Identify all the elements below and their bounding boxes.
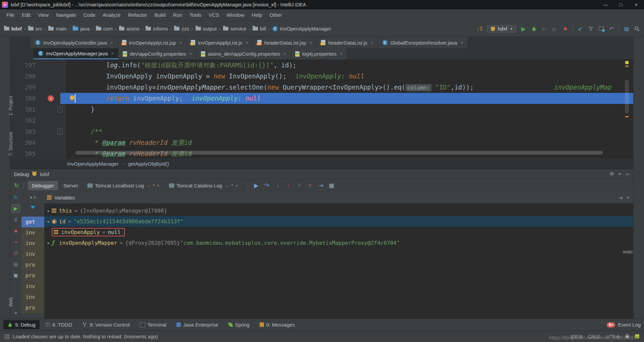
tool-window-button-java-enterprise[interactable]: Java Enterprise — [172, 320, 222, 329]
breadcrumb-item-zzs[interactable]: zzs — [174, 26, 189, 32]
rollback-button[interactable]: ↶ — [608, 25, 614, 33]
code-line-297[interactable]: 297 log.info("根据id获取开票申请对象:PARAMS[id:{}]… — [10, 60, 633, 71]
close-button[interactable]: × — [629, 0, 644, 9]
fold-collapse-icon[interactable]: ˄ — [58, 107, 63, 112]
menu-item-window[interactable]: Window — [223, 9, 248, 20]
frame-item[interactable]: pro — [21, 270, 44, 281]
breadcrumb-class[interactable]: InvOpenApplyManager — [67, 161, 118, 167]
code-editor[interactable]: 297 log.info("根据id获取开票申请对象:PARAMS[id:{}]… — [10, 60, 633, 158]
rerun-debug-icon[interactable]: ↻ — [13, 182, 19, 189]
breadcrumb-item-kdxf[interactable]: kdxf — [4, 26, 22, 32]
drop-frame-icon[interactable]: × — [305, 182, 315, 189]
tab-close-icon[interactable]: × — [157, 183, 160, 188]
mute-breakpoints-button[interactable]: ∅ — [10, 247, 21, 259]
breakpoint-icon[interactable]: ∨ — [48, 95, 54, 102]
editor-tab-log4j-properties[interactable]: log4j.properties× — [291, 48, 347, 59]
tab-close-icon[interactable]: × — [310, 40, 312, 45]
collapse-icon[interactable]: ▭ — [626, 172, 629, 176]
code-line-299[interactable]: 299 invOpenApply=invOpenApplyMapper.sele… — [10, 82, 633, 93]
tab-close-icon[interactable]: × — [283, 51, 286, 56]
tool-window-button-terminal[interactable]: >_Terminal — [136, 320, 171, 329]
frame-item[interactable]: inv — [21, 238, 44, 249]
log-tab-tomcat-catalina-log[interactable]: Tomcat Catalina Log→*× — [165, 183, 242, 188]
tab-close-icon[interactable]: × — [179, 40, 182, 45]
expander-icon[interactable]: ▶ — [46, 220, 52, 223]
frame-item[interactable]: pro — [21, 260, 44, 270]
tab-close-icon[interactable]: × — [246, 40, 248, 45]
breadcrumb-method[interactable]: getApplyObjById() — [128, 161, 169, 167]
menu-item-run[interactable]: Run — [169, 9, 186, 20]
tool-window-button-0-messages[interactable]: 0: Messages — [256, 320, 299, 329]
horizontal-scrollbar[interactable] — [75, 151, 603, 155]
tool-window-button-9-version-control[interactable]: 9: Version Control — [78, 320, 133, 329]
step-over-icon[interactable]: ↷ — [262, 182, 272, 189]
editor-tab-invopenapplylist-js[interactable]: JSinvOpenApplyList.js× — [186, 37, 253, 48]
breadcrumb-item-src[interactable]: src — [28, 26, 42, 32]
editor-tab-globalexceptionresolver-java[interactable]: CGlobalExceptionResolver.java× — [378, 37, 468, 48]
breadcrumb-item-aisino[interactable]: aisino — [119, 26, 140, 32]
force-step-into-icon[interactable]: ↓ — [284, 182, 293, 189]
layout-settings-button[interactable]: ▣ — [10, 270, 21, 281]
view-breakpoints-button[interactable]: ●● — [10, 236, 21, 247]
rerun-button[interactable]: ↻ — [10, 192, 21, 203]
run-configuration-select[interactable]: kdxf▼ — [487, 25, 516, 33]
menu-item-edit[interactable]: Edit — [18, 9, 34, 20]
tool-window-button-6-todo[interactable]: 6: TODO — [42, 320, 76, 329]
breadcrumb-item-bill[interactable]: bill — [253, 26, 266, 32]
search-icon[interactable] — [634, 25, 640, 33]
tab-close-icon[interactable]: × — [190, 51, 192, 56]
more-icon[interactable]: » — [10, 307, 21, 318]
code-line-301[interactable]: 301˄ } — [10, 104, 633, 115]
event-log-widget[interactable]: 9+Event Log — [607, 322, 641, 328]
hide-tool-window-icon[interactable]: ▾ — [619, 172, 621, 176]
maximize-button[interactable]: □ — [613, 0, 629, 9]
breadcrumb-item-invopenapplymanager[interactable]: CInvOpenApplyManager — [272, 26, 331, 32]
stop-button[interactable]: ■ — [10, 225, 21, 236]
run-dashboard-icon[interactable]: ▤ — [624, 25, 630, 33]
menu-item-navigate[interactable]: Navigate — [52, 9, 79, 20]
frame-item[interactable]: get — [21, 217, 44, 227]
evaluate-expression-icon[interactable]: ▦ — [327, 182, 336, 189]
vcs-operations-icon[interactable] — [588, 25, 594, 33]
compare-members-icon[interactable]: ↓0110 — [477, 25, 483, 33]
menu-item-code[interactable]: Code — [79, 9, 99, 20]
breadcrumb-item-java[interactable]: java — [73, 26, 90, 32]
error-stripe[interactable] — [625, 60, 629, 158]
resume-button[interactable]: ▶ — [11, 204, 20, 213]
step-out-icon[interactable]: ↑ — [294, 182, 304, 189]
frame-item[interactable]: inv — [21, 292, 44, 302]
filter-icon[interactable] — [31, 206, 35, 209]
frame-item[interactable]: inv — [21, 227, 44, 238]
run-to-cursor-icon[interactable]: ⇥ — [316, 182, 325, 189]
code-line-304[interactable]: 304 * @param rvHeaderId 发票id — [10, 137, 633, 148]
variable-row-this[interactable]: ▶this={InvOpenApplyManager@17088} — [44, 205, 633, 216]
gear-icon[interactable] — [609, 171, 614, 177]
menu-item-vcs[interactable]: VCS — [205, 9, 223, 20]
editor-tab-invopenapplylist-jsp[interactable]: JSPinvOpenApplyList.jsp× — [118, 37, 187, 48]
debug-button[interactable] — [531, 25, 537, 33]
pause-button[interactable]: Ⅱ — [10, 214, 21, 225]
editor-tab-headerdatalist-jsp[interactable]: JSPheaderDataList.jsp× — [253, 37, 317, 48]
tool-window-button-1-project[interactable]: 1: Project — [8, 96, 13, 116]
profiler-button[interactable]: ▶ — [552, 25, 558, 33]
vertical-scrollbar-thumb[interactable] — [625, 80, 629, 113]
jump-icon[interactable]: ⇉ — [619, 195, 623, 200]
tab-close-icon[interactable]: × — [111, 51, 114, 56]
frame-item[interactable]: pro — [21, 302, 44, 313]
expander-icon[interactable]: ▶ — [46, 241, 52, 245]
tab-close-icon[interactable]: × — [110, 40, 113, 45]
variable-row-invOpenApplyMapper[interactable]: ▶ƒinvOpenApplyMapper={$Proxy282@17095} "… — [44, 237, 633, 248]
code-line-300[interactable]: 300∨ return invOpenApply;invOpenApply: n… — [10, 93, 633, 104]
code-line-303[interactable]: 303˅ /** — [10, 126, 633, 137]
breadcrumb-item-com[interactable]: com — [96, 26, 113, 32]
tool-window-button-web[interactable]: Web — [8, 297, 13, 307]
tool-window-button-7-structure[interactable]: 7: Structure — [8, 132, 13, 156]
tab-close-icon[interactable]: × — [340, 51, 342, 56]
fold-expand-icon[interactable]: ˅ — [58, 129, 63, 134]
editor-tab-aisino-dev-appconfig-properties[interactable]: aisino_dev\appConfig.properties× — [197, 48, 291, 59]
recent-changes-icon[interactable] — [598, 25, 604, 33]
tool-window-button-5-debug[interactable]: 5: Debug — [3, 320, 40, 329]
menu-item-refactor[interactable]: Refactor — [124, 9, 151, 20]
tool-window-button-spring[interactable]: Spring — [224, 320, 254, 329]
list-icon[interactable]: ≡ — [34, 195, 36, 200]
